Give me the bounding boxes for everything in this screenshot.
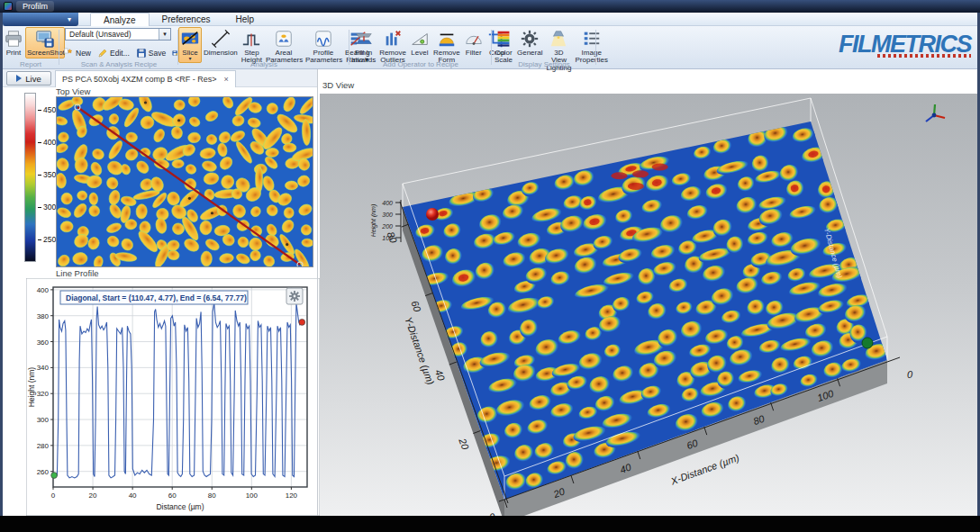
svg-text:20: 20 bbox=[89, 491, 97, 500]
svg-text:280: 280 bbox=[37, 442, 50, 450]
filter-icon bbox=[464, 29, 484, 49]
window-title: Profilm bbox=[16, 1, 54, 12]
new-icon bbox=[63, 48, 74, 59]
start-marker[interactable] bbox=[51, 473, 58, 479]
svg-text:60: 60 bbox=[168, 491, 177, 500]
top-view-image[interactable] bbox=[56, 96, 313, 267]
ribbon-group-label: Analysis bbox=[178, 60, 349, 68]
print-label: Print bbox=[6, 50, 21, 57]
save-icon bbox=[136, 48, 147, 59]
ribbon-group-analysis: Slice▾DimensionStep HeightAreal Paramete… bbox=[178, 26, 349, 68]
live-button-label: Live bbox=[25, 74, 41, 84]
line-profile-title: Line Profile bbox=[56, 268, 99, 278]
svg-text:300: 300 bbox=[382, 212, 393, 218]
color-scale-icon bbox=[494, 29, 513, 49]
print-icon bbox=[4, 29, 23, 49]
application-menu-button[interactable]: ▾ bbox=[3, 13, 78, 26]
svg-text:400: 400 bbox=[37, 286, 50, 294]
ribbon-group-label: Report bbox=[2, 60, 59, 68]
svg-text:Y-Distance (µm): Y-Distance (µm) bbox=[403, 315, 436, 386]
recipe-combobox-value: Default (Unsaved) bbox=[69, 30, 132, 39]
chart-settings-gear-icon[interactable] bbox=[286, 288, 303, 304]
svg-text:100: 100 bbox=[382, 235, 393, 241]
general-button[interactable]: General bbox=[515, 27, 544, 59]
window-border-bottom bbox=[0, 516, 980, 532]
svg-text:340: 340 bbox=[37, 364, 50, 372]
svg-text:20: 20 bbox=[457, 436, 471, 451]
profilm-window: Profilm ▾ Analyze Preferences Help Print… bbox=[0, 0, 980, 532]
tab-help[interactable]: Help bbox=[223, 13, 268, 26]
close-tab-icon[interactable]: × bbox=[224, 75, 229, 84]
view3d-title: 3D View bbox=[322, 80, 354, 90]
save-label: Save bbox=[149, 49, 166, 58]
view3d-panel[interactable]: 020406080100X-Distance (µm)20406080Y-Dis… bbox=[320, 94, 977, 516]
ribbon-toolbar: PrintScreenShotReportDefault (Unsaved)▾N… bbox=[0, 26, 980, 69]
end-marker[interactable] bbox=[299, 320, 305, 326]
tab-analyze[interactable]: Analyze bbox=[90, 13, 150, 26]
panel-divider bbox=[317, 69, 318, 516]
document-tab[interactable]: PS PCA 50Xobj 4XZM comp B <RF - Res> × bbox=[55, 70, 236, 87]
ribbon-group-label: Scan & Analysis Recipe bbox=[59, 60, 178, 68]
edit-label: Edit... bbox=[110, 49, 130, 58]
document-tab-label: PS PCA 50Xobj 4XZM comp B <RF - Res> bbox=[62, 75, 217, 84]
level-label: Level bbox=[411, 50, 428, 57]
height-color-scale bbox=[24, 93, 36, 262]
svg-text:60: 60 bbox=[409, 299, 423, 313]
play-icon bbox=[16, 75, 22, 82]
svg-text:Height (nm): Height (nm) bbox=[370, 204, 377, 238]
ribbon-group-add-operator-to-recipe: Fill In InvalidsRemove OutliersLevelRemo… bbox=[349, 26, 492, 68]
slice-icon bbox=[180, 29, 200, 49]
image-properties-icon bbox=[582, 29, 602, 49]
svg-text:360: 360 bbox=[37, 338, 50, 347]
slice-button[interactable]: Slice▾ bbox=[178, 27, 202, 63]
level-icon bbox=[410, 29, 430, 49]
screenshot-label: ScreenShot bbox=[27, 50, 63, 57]
chevron-down-icon[interactable]: ▾ bbox=[159, 29, 170, 40]
profile-annotation: Diagonal, Start = (110.47, 4.77), End = … bbox=[60, 291, 248, 304]
filter-button[interactable]: Filter bbox=[462, 27, 485, 59]
general-icon bbox=[520, 29, 540, 49]
svg-text:300: 300 bbox=[37, 416, 50, 424]
live-button[interactable]: Live bbox=[6, 71, 51, 86]
print-button[interactable]: Print bbox=[2, 27, 25, 59]
svg-text:0: 0 bbox=[51, 491, 56, 500]
fill-in-invalids-icon bbox=[354, 29, 374, 49]
filmetrics-logo: FILMETRICS bbox=[839, 32, 971, 58]
remove-form-icon bbox=[437, 29, 457, 49]
lighting-icon bbox=[549, 29, 568, 49]
tab-preferences[interactable]: Preferences bbox=[150, 13, 223, 26]
main-content: PS PCA 50Xobj 4XZM comp B <RF - Res> × L… bbox=[3, 69, 977, 516]
dimension-button[interactable]: Dimension bbox=[202, 27, 240, 59]
app-icon bbox=[4, 2, 13, 11]
svg-text:80: 80 bbox=[208, 491, 216, 500]
level-button[interactable]: Level bbox=[408, 27, 431, 59]
menu-tabs: Analyze Preferences Help bbox=[90, 13, 267, 26]
ribbon-group-separator bbox=[595, 30, 596, 65]
window-border-left bbox=[0, 13, 3, 516]
svg-text:200: 200 bbox=[381, 223, 393, 230]
svg-text:380: 380 bbox=[37, 312, 50, 320]
new-label: New bbox=[76, 49, 91, 58]
svg-text:400: 400 bbox=[382, 200, 393, 206]
svg-text:260: 260 bbox=[37, 468, 50, 476]
filter-label: Filter bbox=[466, 50, 482, 57]
ribbon-group-report: PrintScreenShotReport bbox=[2, 26, 59, 68]
svg-text:0: 0 bbox=[907, 369, 913, 380]
remove-outliers-icon bbox=[383, 29, 403, 49]
slice-end-marker-3d[interactable] bbox=[862, 338, 873, 348]
dimension-label: Dimension bbox=[204, 50, 238, 57]
svg-text:120: 120 bbox=[286, 491, 298, 500]
screenshot-icon bbox=[35, 29, 55, 49]
y-axis-label: Height (nm) bbox=[27, 367, 36, 408]
ribbon-group-label: Add Operator to Recipe bbox=[349, 60, 492, 68]
dimension-icon bbox=[211, 29, 231, 49]
recipe-combobox[interactable]: Default (Unsaved)▾ bbox=[65, 28, 171, 41]
x-axis-label: Distance (µm) bbox=[156, 502, 204, 511]
orientation-gizmo-icon[interactable] bbox=[921, 101, 948, 128]
ribbon-group-display-settings: Color ScaleGeneral3D View LightingImage … bbox=[492, 26, 596, 68]
slice-start-marker-3d[interactable] bbox=[426, 208, 439, 221]
filmetrics-logo-text: FILMETRICS bbox=[839, 32, 971, 56]
menu-row: ▾ Analyze Preferences Help bbox=[0, 13, 980, 26]
edit-icon bbox=[97, 48, 108, 59]
ribbon-buttons-row: PrintScreenShot bbox=[2, 27, 56, 59]
